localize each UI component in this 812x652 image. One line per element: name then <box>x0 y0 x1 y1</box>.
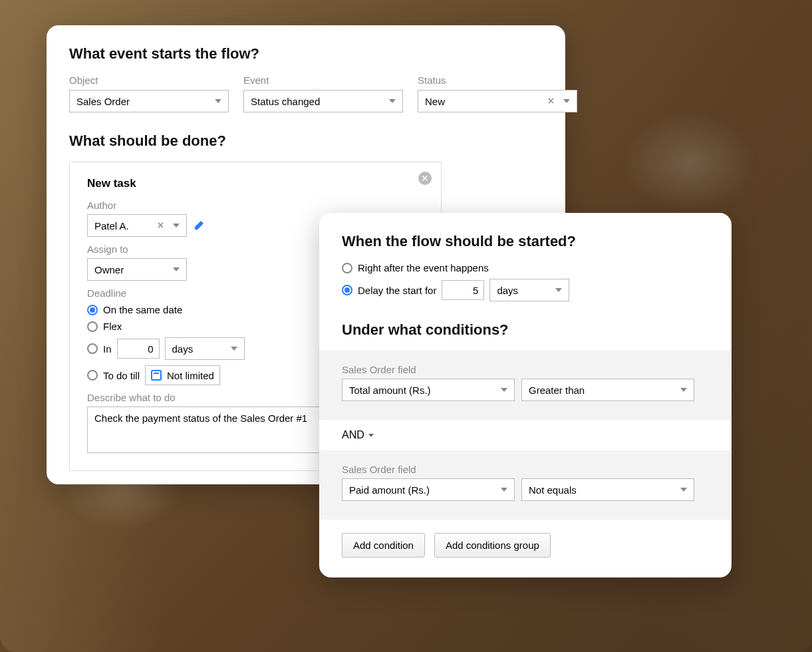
object-label: Object <box>69 75 229 86</box>
chevron-down-icon <box>173 267 180 271</box>
cond2-field-select[interactable]: Paid amount (Rs.) <box>342 478 515 501</box>
add-conditions-group-button[interactable]: Add conditions group <box>434 533 551 558</box>
chevron-down-icon <box>501 488 507 492</box>
option-right-after[interactable]: Right after the event happens <box>342 262 709 273</box>
deadline-same-label: On the same date <box>103 304 182 315</box>
cond-field-label: Sales Order field <box>342 364 709 375</box>
deadline-in-value[interactable] <box>117 339 160 359</box>
event-select[interactable]: Status changed <box>243 90 403 112</box>
logic-operator-select[interactable]: AND <box>342 420 709 450</box>
status-value: New <box>425 96 445 107</box>
condition-block-1: Sales Order field Total amount (Rs.) Gre… <box>319 351 732 420</box>
chevron-down-icon <box>215 99 221 103</box>
chevron-down-icon <box>555 288 562 292</box>
cond-field-label-2: Sales Order field <box>342 464 709 475</box>
radio-icon <box>342 263 352 273</box>
radio-icon <box>87 321 98 332</box>
deadline-till-label: To do till <box>103 370 140 381</box>
chevron-down-icon <box>680 388 687 392</box>
deadline-in-unit: days <box>172 343 194 355</box>
chevron-down-icon <box>389 99 396 103</box>
deadline-till-date[interactable]: Not limited <box>145 365 220 385</box>
assign-value: Owner <box>94 264 124 275</box>
flow-timing-card: When the flow should be started? Right a… <box>319 213 732 577</box>
cond1-field-value: Total amount (Rs.) <box>349 385 431 396</box>
radio-icon <box>87 343 98 354</box>
event-field: Event Status changed <box>243 75 403 112</box>
object-value: Sales Order <box>76 96 130 107</box>
delay-value-input[interactable] <box>442 280 484 300</box>
object-select[interactable]: Sales Order <box>69 90 229 112</box>
chevron-down-icon <box>368 434 374 437</box>
author-value: Patel A. <box>94 220 129 232</box>
cond2-op-select[interactable]: Not equals <box>521 478 694 501</box>
chevron-down-icon <box>563 99 570 103</box>
heading-when-started: When the flow should be started? <box>342 233 709 250</box>
heading-should-be-done: What should be done? <box>69 132 543 150</box>
condition-block-2: Sales Order field Paid amount (Rs.) Not … <box>319 450 732 520</box>
event-value: Status changed <box>251 96 320 107</box>
status-select[interactable]: New × <box>418 90 577 112</box>
add-condition-button[interactable]: Add condition <box>342 533 425 558</box>
heading-conditions: Under what conditions? <box>342 321 709 339</box>
delay-unit: days <box>497 285 518 296</box>
deadline-in-label: In <box>103 343 112 355</box>
heading-event-starts: What event starts the flow? <box>69 45 543 63</box>
chevron-down-icon <box>501 388 507 392</box>
right-after-label: Right after the event happens <box>358 262 489 273</box>
event-label: Event <box>243 75 403 86</box>
author-select[interactable]: Patel A. × <box>87 214 187 237</box>
task-title: New task <box>87 177 424 190</box>
chevron-down-icon <box>680 488 687 492</box>
close-icon: ✕ <box>421 173 429 184</box>
assign-select[interactable]: Owner <box>87 258 187 281</box>
radio-icon <box>87 305 98 315</box>
cond1-op-select[interactable]: Greater than <box>521 379 694 401</box>
cond2-field-value: Paid amount (Rs.) <box>349 484 430 496</box>
cond1-op-value: Greater than <box>529 385 585 396</box>
event-row: Object Sales Order Event Status changed … <box>69 75 543 112</box>
object-field: Object Sales Order <box>69 75 229 112</box>
chevron-down-icon <box>173 224 180 228</box>
radio-icon <box>87 370 98 381</box>
status-field: Status New × <box>418 75 577 112</box>
pencil-icon[interactable] <box>194 220 204 231</box>
deadline-flex-label: Flex <box>103 321 122 332</box>
clear-icon[interactable]: × <box>158 220 164 232</box>
clear-icon[interactable]: × <box>548 95 554 107</box>
status-label: Status <box>418 75 577 86</box>
deadline-till-value: Not limited <box>167 370 214 381</box>
deadline-in-unit-select[interactable]: days <box>165 337 245 360</box>
condition-buttons: Add condition Add conditions group <box>342 533 709 558</box>
chevron-down-icon <box>231 347 237 351</box>
author-label: Author <box>87 200 424 211</box>
radio-icon <box>342 285 352 295</box>
calendar-icon <box>151 370 162 381</box>
cond1-field-select[interactable]: Total amount (Rs.) <box>342 379 515 401</box>
close-task-button[interactable]: ✕ <box>418 172 432 185</box>
and-label: AND <box>342 429 364 441</box>
cond2-op-value: Not equals <box>529 484 577 496</box>
option-delay[interactable]: Delay the start for days <box>342 279 709 301</box>
delay-label: Delay the start for <box>358 285 436 296</box>
delay-unit-select[interactable]: days <box>489 279 569 301</box>
